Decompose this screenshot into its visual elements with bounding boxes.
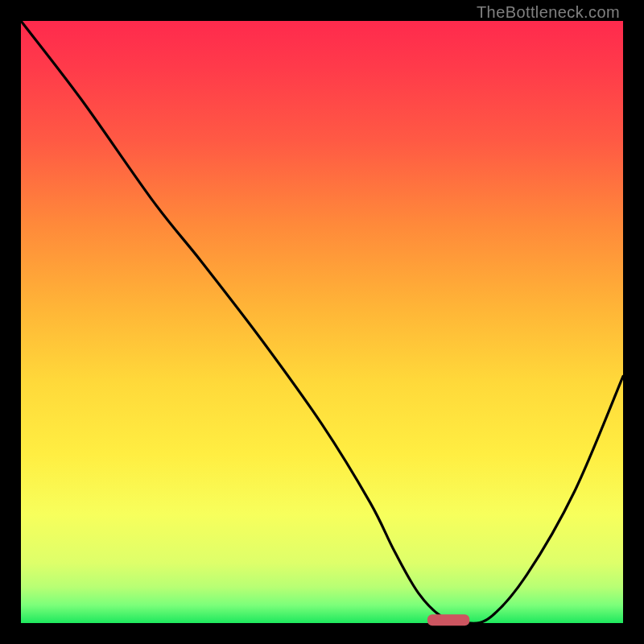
bottleneck-curve	[21, 21, 623, 623]
svg-rect-0	[427, 614, 469, 625]
plot-area	[21, 21, 623, 623]
chart-frame: TheBottleneck.com	[0, 0, 644, 644]
watermark-text: TheBottleneck.com	[477, 3, 620, 22]
